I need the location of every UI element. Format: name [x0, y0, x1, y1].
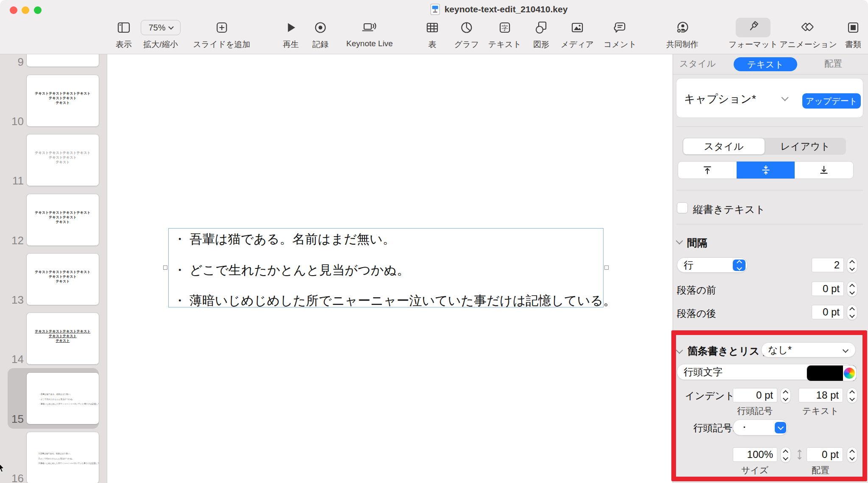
close-button[interactable] [10, 6, 17, 14]
align-middle-icon [761, 165, 771, 175]
slide-canvas[interactable]: ・ 吾輩は猫である。名前はまだ無い。 ・ どこで生れたかとんと見当がつかぬ。 ・… [108, 54, 672, 483]
indent-text-value[interactable]: 18 pt [798, 388, 843, 402]
zoom-window-button[interactable] [34, 6, 42, 14]
toolbar-button-view[interactable]: 表示 [116, 17, 132, 50]
spacing-disclosure-chevron[interactable] [676, 237, 683, 245]
segment-style[interactable]: スタイル [683, 138, 765, 155]
before-paragraph-value[interactable]: 0 pt [812, 282, 844, 296]
chevron-down-icon [843, 347, 849, 353]
after-paragraph-value[interactable]: 0 pt [812, 305, 844, 319]
minimize-button[interactable] [22, 6, 29, 14]
bullet-size-value[interactable]: 100% [733, 447, 777, 462]
line-spacing-stepper[interactable] [847, 257, 857, 273]
align-sublabel: 配置 [812, 464, 829, 476]
toolbar-button-shape[interactable]: 図形 [533, 17, 549, 50]
slide-number: 10 [3, 115, 24, 128]
toolbar-button-chart[interactable]: グラフ [454, 17, 479, 50]
indent-bullet-stepper[interactable] [780, 388, 791, 403]
bullet-color-well[interactable] [807, 365, 857, 381]
indent-text-sublabel: テキスト [802, 405, 839, 417]
toolbar-button-media[interactable]: メディア [561, 17, 594, 50]
shape-icon [534, 17, 549, 38]
chart-icon [459, 17, 474, 38]
toolbar-zoom-control[interactable]: 75% 拡大/縮小 [141, 17, 181, 50]
slide-thumb-14[interactable]: テキストテキストテキストテキスト テキストテキスト テキスト [27, 313, 99, 364]
slide-number: 11 [3, 174, 24, 187]
toolbar-button-text[interactable]: 字 テキスト [488, 17, 521, 50]
format-button-highlight [736, 18, 771, 37]
bullet-align-value[interactable]: 0 pt [807, 447, 843, 462]
bullet-char-dropdown[interactable]: ・ [733, 419, 788, 436]
keynote-doc-icon [430, 3, 440, 15]
selection-handle-left[interactable] [163, 265, 167, 270]
bullet-align-stepper[interactable] [847, 447, 857, 463]
align-top-button[interactable] [678, 162, 737, 179]
toolbar-button-add-slide[interactable]: スライドを追加 [193, 17, 250, 50]
titlebar-toolbar: keynote-text-edit_210410.key 表示 75% 拡大/縮… [0, 0, 868, 54]
bullets-disclosure-chevron[interactable] [676, 347, 683, 354]
indent-label: インデント: [685, 389, 737, 402]
slide-number: 14 [3, 353, 24, 366]
zoom-dropdown[interactable]: 75% [141, 20, 181, 35]
color-wheel-icon[interactable] [844, 368, 855, 379]
toolbar-button-table[interactable]: 表 [425, 17, 440, 50]
format-inspector: スタイル テキスト 配置 キャプション* アップデート スタイル レイアウト [673, 54, 868, 483]
keynote-live-icon [361, 17, 378, 38]
svg-text:字: 字 [502, 24, 508, 31]
slide-number: 16 [3, 472, 24, 483]
tab-style[interactable]: スタイル [679, 58, 716, 70]
dropdown-stepper-icon [733, 260, 746, 271]
vertical-text-checkbox[interactable] [677, 202, 688, 213]
toolbar-button-collaborate[interactable]: 共同制作 [666, 17, 698, 50]
style-layout-segmented: スタイル レイアウト [683, 138, 846, 155]
slide-number: 13 [3, 293, 24, 307]
text-icon: 字 [497, 17, 512, 38]
mouse-cursor [0, 463, 5, 473]
slide-thumb-16[interactable]: 1.吾輩は猫である。名前はまだ無い。 2.どこで生れたかとんと見当がつかぬ。 3… [27, 432, 99, 483]
slide-thumb-12[interactable]: テキストテキストテキストテキスト テキストテキスト テキスト [27, 194, 99, 246]
toolbar-button-play[interactable]: 再生 [283, 17, 299, 50]
toolbar-button-document[interactable]: 書類 [845, 17, 861, 50]
slide-thumb-9[interactable] [27, 54, 99, 67]
bullet-line: ・ どこで生れたかとんと見当がつかぬ。 [173, 263, 409, 277]
align-bottom-button[interactable] [795, 162, 853, 179]
window-title-group: keynote-text-edit_210410.key [430, 3, 568, 15]
bullet-list-type-dropdown[interactable]: なし* [761, 342, 856, 357]
toolbar-button-keynote-live[interactable]: Keynote Live [346, 17, 393, 48]
align-middle-button[interactable] [737, 162, 795, 179]
vertical-text-label: 縦書きテキスト [693, 203, 765, 216]
after-paragraph-stepper[interactable] [847, 304, 857, 320]
indent-bullet-value[interactable]: 0 pt [733, 388, 777, 402]
toolbar-button-comment[interactable]: コメント [604, 17, 637, 50]
comment-icon [612, 17, 628, 38]
slide-thumb-13[interactable]: テキストテキストテキストテキスト テキストテキスト テキスト [27, 254, 99, 305]
bullet-glyph: ・ [173, 293, 186, 308]
line-spacing-dropdown[interactable]: 行 [677, 257, 748, 273]
line-spacing-value[interactable]: 2 [812, 258, 844, 272]
tab-arrange[interactable]: 配置 [824, 58, 842, 70]
bullet-line: ・ 薄暗いじめじめした所でニャーニャー泣いていた事だけは記憶している。 [173, 293, 616, 308]
slide-number: 9 [3, 56, 24, 69]
toolbar-button-animate[interactable]: アニメーション [779, 17, 837, 50]
toolbar-button-record[interactable]: 記録 [312, 17, 328, 50]
keynote-window: keynote-text-edit_210410.key 表示 75% 拡大/縮… [0, 0, 868, 483]
text-box[interactable]: ・ 吾輩は猫である。名前はまだ無い。 ・ どこで生れたかとんと見当がつかぬ。 ・… [168, 228, 604, 307]
format-brush-icon [746, 20, 760, 34]
window-title: keynote-text-edit_210410.key [445, 4, 568, 14]
paragraph-style-name: キャプション* [684, 92, 756, 106]
selection-handle-right[interactable] [604, 265, 609, 270]
slide-thumb-10[interactable]: テキストテキストテキストテキスト テキストテキスト テキスト [27, 75, 99, 126]
slide-thumb-11[interactable]: テキストテキストテキストテキスト テキストテキスト テキスト [27, 134, 99, 186]
tab-text[interactable]: テキスト [734, 57, 797, 71]
view-icon [116, 17, 131, 38]
before-paragraph-stepper[interactable] [847, 281, 857, 297]
document-setup-icon [846, 17, 861, 38]
vertical-align-segmented [678, 161, 854, 179]
segment-layout[interactable]: レイアウト [765, 138, 846, 155]
bullet-size-stepper[interactable] [780, 447, 791, 463]
update-button[interactable]: アップデート [802, 93, 861, 109]
bullets-lists-header: 箇条書きとリスト [687, 344, 770, 358]
indent-text-stepper[interactable] [847, 388, 857, 403]
toolbar-button-format[interactable]: フォーマット [729, 17, 778, 50]
slide-thumb-15[interactable]: ・吾輩は猫である。名前はまだ無い。 ・どこで生れたかとんと見当がつかぬ。 ・薄暗… [27, 373, 99, 424]
